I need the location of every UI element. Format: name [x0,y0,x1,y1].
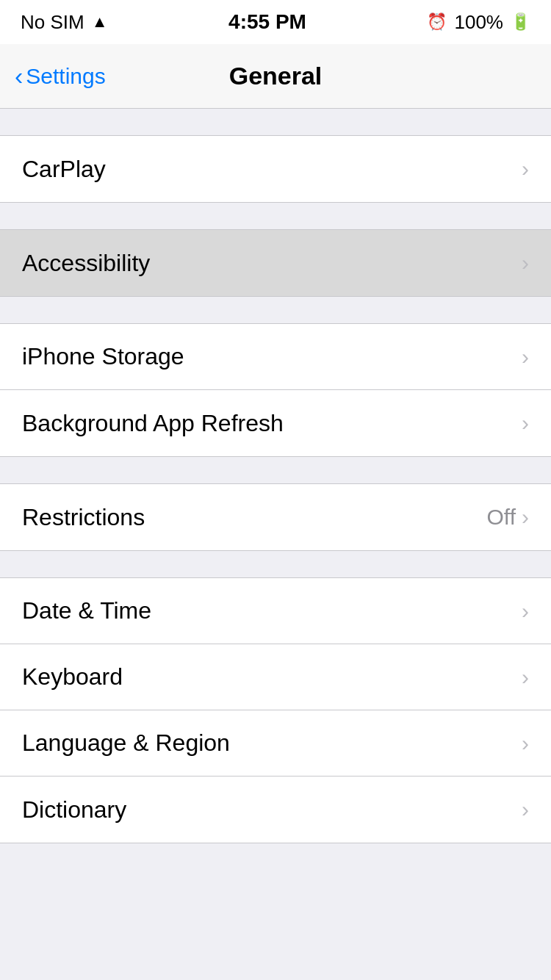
restrictions-chevron-icon: › [522,505,529,530]
date-time-chevron-icon: › [522,599,529,624]
group-storage-refresh: iPhone Storage › Background App Refresh … [0,323,551,457]
alarm-icon: ⏰ [427,12,447,32]
row-carplay[interactable]: CarPlay › [0,136,551,202]
language-region-chevron-icon: › [522,731,529,756]
keyboard-chevron-icon: › [522,665,529,690]
clock: 4:55 PM [228,10,306,34]
accessibility-label: Accessibility [22,250,150,277]
back-button[interactable]: ‹ Settings [15,64,106,89]
battery-label: 100% [454,11,503,34]
group-locale: Date & Time › Keyboard › Language & Regi… [0,577,551,843]
spacer-4 [0,551,551,577]
nav-bar: ‹ Settings General [0,44,551,109]
restrictions-value: Off [487,505,516,530]
dictionary-label: Dictionary [22,796,126,824]
iphone-storage-chevron-icon: › [522,345,529,370]
spacer-1 [0,203,551,229]
language-region-label: Language & Region [22,729,230,757]
row-accessibility[interactable]: Accessibility › [0,230,551,296]
back-label: Settings [26,64,105,89]
status-bar: No SIM ▲ 4:55 PM ⏰ 100% 🔋 [0,0,551,44]
status-right: ⏰ 100% 🔋 [427,11,530,34]
carplay-chevron-icon: › [522,156,529,181]
dictionary-chevron-icon: › [522,797,529,822]
wifi-icon: ▲ [92,12,108,32]
background-app-refresh-label: Background App Refresh [22,410,284,437]
back-chevron-icon: ‹ [15,63,23,88]
spacer-top [0,109,551,135]
row-iphone-storage[interactable]: iPhone Storage › [0,324,551,390]
group-restrictions: Restrictions Off › [0,483,551,551]
status-left: No SIM ▲ [21,11,107,34]
date-time-label: Date & Time [22,597,151,624]
row-dictionary[interactable]: Dictionary › [0,777,551,843]
spacer-3 [0,457,551,483]
row-restrictions[interactable]: Restrictions Off › [0,484,551,550]
row-background-app-refresh[interactable]: Background App Refresh › [0,390,551,456]
page-title: General [229,62,323,90]
iphone-storage-label: iPhone Storage [22,343,184,370]
row-date-time[interactable]: Date & Time › [0,578,551,644]
battery-icon: 🔋 [511,12,530,32]
restrictions-label: Restrictions [22,504,145,531]
carrier-label: No SIM [21,11,84,34]
carplay-label: CarPlay [22,156,106,183]
keyboard-label: Keyboard [22,663,123,691]
group-accessibility: Accessibility › [0,229,551,297]
bottom-spacer [0,843,551,887]
row-language-region[interactable]: Language & Region › [0,710,551,777]
row-keyboard[interactable]: Keyboard › [0,644,551,710]
accessibility-chevron-icon: › [522,251,529,275]
background-app-refresh-chevron-icon: › [522,411,529,436]
group-carplay: CarPlay › [0,135,551,203]
spacer-2 [0,297,551,323]
